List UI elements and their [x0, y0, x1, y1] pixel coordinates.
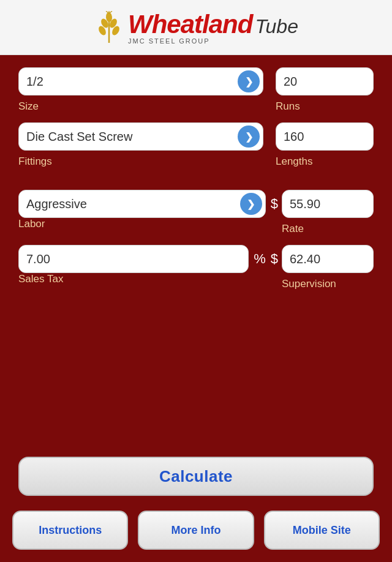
fittings-lengths-row: Fittings Lengths: [18, 122, 374, 168]
logo-container: Wheatland Tube JMC STEEL GROUP: [94, 11, 298, 45]
rate-group: Rate: [282, 190, 374, 235]
tax-input[interactable]: [19, 247, 248, 271]
runs-input[interactable]: [276, 68, 373, 95]
logo-subtitle-text: JMC STEEL GROUP: [128, 37, 210, 45]
rate-section: $ Rate: [271, 190, 374, 235]
logo-main-text: Wheatland Tube: [128, 12, 298, 37]
size-arrow-button[interactable]: [238, 70, 260, 92]
rate-dollar-symbol: $: [271, 190, 278, 212]
labor-label: Labor: [18, 218, 45, 230]
size-runs-row: Size Runs: [18, 67, 374, 113]
percent-symbol: %: [254, 245, 266, 267]
size-group: Size: [18, 67, 263, 113]
tax-group: Sales Tax: [18, 245, 249, 285]
lengths-group: Lengths: [276, 122, 374, 168]
mobile-site-button[interactable]: Mobile Site: [264, 511, 380, 550]
calculate-button[interactable]: Calculate: [18, 457, 374, 496]
fittings-label: Fittings: [18, 155, 263, 168]
supervision-label: Supervision: [282, 278, 374, 290]
tax-supervision-row: Sales Tax % $ Supervision: [18, 245, 374, 290]
logo-text: Wheatland Tube JMC STEEL GROUP: [128, 12, 298, 45]
supervision-group: Supervision: [282, 245, 374, 290]
fittings-arrow-button[interactable]: [238, 126, 260, 148]
tax-label: Sales Tax: [18, 273, 63, 285]
supervision-section: $ Supervision: [271, 245, 374, 290]
labor-arrow-button[interactable]: [240, 193, 262, 215]
rate-input-container: [282, 190, 374, 218]
supervision-input-container: [282, 245, 374, 273]
separator: [18, 178, 374, 190]
fittings-group: Fittings: [18, 122, 263, 168]
lengths-input-container: [276, 122, 374, 151]
size-input-container: [18, 67, 263, 96]
supervision-input[interactable]: [282, 245, 373, 272]
supervision-dollar-symbol: $: [271, 245, 278, 267]
logo-wheatland-text: Wheatland: [128, 12, 252, 37]
more-info-button[interactable]: More Info: [138, 511, 254, 550]
lengths-input[interactable]: [276, 123, 373, 150]
logo-tube-text: Tube: [255, 17, 298, 36]
rate-input[interactable]: [282, 190, 373, 217]
wheat-icon: [94, 11, 124, 45]
size-label: Size: [18, 100, 263, 113]
labor-input[interactable]: [19, 192, 240, 216]
lengths-label: Lengths: [276, 155, 374, 168]
tax-input-container: [18, 245, 249, 273]
labor-input-container: [18, 190, 266, 218]
runs-input-container: [276, 67, 374, 96]
main-content: Size Runs Fittings Lengths: [0, 55, 392, 451]
bottom-buttons: Instructions More Info Mobile Site: [0, 506, 392, 562]
labor-rate-row: Labor $ Rate: [18, 190, 374, 235]
runs-group: Runs: [276, 67, 374, 113]
calculate-section: Calculate: [0, 451, 392, 506]
rate-label: Rate: [282, 223, 374, 235]
fittings-input[interactable]: [19, 125, 238, 149]
runs-label: Runs: [276, 100, 374, 113]
app-header: Wheatland Tube JMC STEEL GROUP: [0, 0, 392, 55]
fittings-input-container: [18, 122, 263, 151]
labor-group: Labor: [18, 190, 266, 230]
size-input[interactable]: [19, 70, 238, 94]
instructions-button[interactable]: Instructions: [12, 511, 128, 550]
